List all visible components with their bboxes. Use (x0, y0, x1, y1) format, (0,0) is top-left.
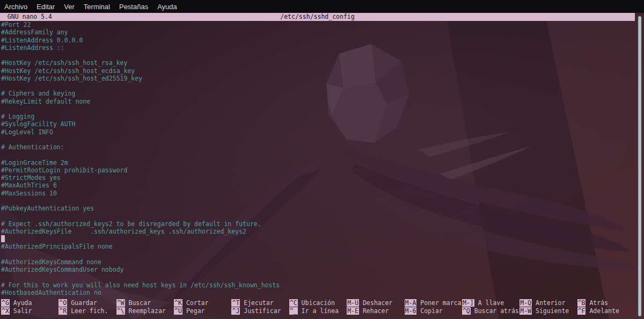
shortcut-poner-marca: M-A Poner marca (405, 299, 462, 307)
buffer-line: # Logging (1, 113, 635, 120)
shortcut-pegar: ^U Pegar (174, 307, 231, 315)
shortcut-salir: ^X Salir (1, 307, 58, 315)
shortcut-reemplazar: ^\ Reemplazar (116, 307, 174, 315)
terminal-window[interactable]: GNU nano 5.4 /etc/ssh/sshd_config #Port … (0, 13, 644, 319)
menu-ver[interactable]: Ver (64, 3, 75, 11)
shortcut-atras: ^B Atrás (577, 299, 635, 307)
menu-pestanas[interactable]: Pestañas (119, 3, 148, 11)
buffer-line: # Expect .ssh/authorized_keys2 to be dis… (1, 220, 635, 228)
shortcut-ejecutar: ^T Ejecutar (231, 299, 289, 307)
shortcut-justificar: ^J Justificar (231, 307, 289, 315)
menu-terminal[interactable]: Terminal (84, 3, 110, 11)
buffer-line: #AuthorizedPrincipalsFile none (1, 243, 635, 250)
nano-shortcuts-row2: ^X Salir ^R Leer fich. ^\ Reemplazar ^U … (1, 307, 635, 315)
buffer-line: # Authentication: (1, 143, 635, 151)
shortcut-deshacer: M-U Deshacer (347, 299, 404, 307)
buffer-line (1, 136, 635, 143)
text-cursor (1, 235, 5, 242)
buffer-line: #SyslogFacility AUTH (1, 120, 635, 128)
scrollbar-thumb[interactable] (638, 16, 642, 317)
nano-file-path: /etc/ssh/sshd_config (0, 13, 635, 21)
buffer-line: #ListenAddress 0.0.0.0 (1, 37, 635, 44)
buffer-line: #LoginGraceTime 2m (1, 159, 635, 166)
shortcut-ubicacion: ^C Ubicación (289, 299, 347, 307)
buffer-line: #Port 22 (1, 21, 635, 28)
shortcut-buscar-atras: ^Q Buscar atrás (462, 307, 519, 315)
buffer-line: # For this to work you will also need ho… (1, 281, 635, 289)
menu-editar[interactable]: Editar (36, 3, 55, 11)
shortcut-copiar: M-6 Copiar (405, 307, 462, 315)
menu-ayuda[interactable]: Ayuda (157, 3, 177, 11)
buffer-line: #PermitRootLogin prohibit-password (1, 166, 635, 174)
buffer-line: #LogLevel INFO (1, 128, 635, 136)
shortcut-ayuda: ^G Ayuda (1, 299, 58, 307)
terminal-menu-bar: Archivo Editar Ver Terminal Pestañas Ayu… (0, 0, 644, 13)
buffer-line: #RekeyLimit default none (1, 98, 635, 105)
buffer-line: #MaxAuthTries 6 (1, 182, 635, 189)
shortcut-leer-fichero: ^R Leer fich. (58, 307, 116, 315)
shortcut-buscar: ^W Buscar (116, 299, 174, 307)
buffer-line: #AuthorizedKeysCommand none (1, 258, 635, 266)
scrollbar-track[interactable] (635, 13, 644, 319)
buffer-line (1, 212, 635, 220)
menu-archivo[interactable]: Archivo (4, 3, 27, 11)
shortcut-cortar: ^K Cortar (174, 299, 231, 307)
nano-shortcuts-row1: ^G Ayuda ^O Guardar ^W Buscar ^K Cortar … (1, 299, 635, 307)
buffer-line: #AuthorizedKeysFile .ssh/authorized_keys… (1, 228, 635, 235)
buffer-line (1, 251, 635, 258)
nano-buffer[interactable]: #Port 22 #AddressFamily any #ListenAddre… (1, 21, 635, 296)
nano-titlebar: GNU nano 5.4 /etc/ssh/sshd_config (0, 13, 635, 21)
buffer-line (1, 235, 635, 243)
buffer-line: #ListenAddress :: (1, 44, 635, 52)
buffer-line: #HostKey /etc/ssh/ssh_host_ecdsa_key (1, 67, 635, 75)
buffer-line (1, 82, 635, 90)
buffer-line: #StrictModes yes (1, 174, 635, 182)
buffer-line (1, 197, 635, 205)
buffer-line: #AuthorizedKeysCommandUser nobody (1, 266, 635, 273)
buffer-line: #HostKey /etc/ssh/ssh_host_rsa_key (1, 59, 635, 67)
shortcut-a-llave: M-] A llave (462, 299, 519, 307)
shortcut-adelante: ^F Adelante (577, 307, 635, 315)
buffer-line: #PubkeyAuthentication yes (1, 205, 635, 212)
buffer-line: #AddressFamily any (1, 28, 635, 36)
shortcut-siguiente: M-W Siguiente (519, 307, 577, 315)
buffer-line: #HostKey /etc/ssh/ssh_host_ed25519_key (1, 75, 635, 82)
buffer-line (1, 273, 635, 281)
buffer-line (1, 151, 635, 158)
shortcut-ir-a-linea: ^_ Ir a línea (289, 307, 347, 315)
shortcut-anterior: M-Q Anterior (519, 299, 577, 307)
shortcut-guardar: ^O Guardar (58, 299, 116, 307)
buffer-line: #MaxSessions 10 (1, 190, 635, 197)
buffer-line: #HostbasedAuthentication no (1, 289, 635, 296)
buffer-line: # Ciphers and keying (1, 90, 635, 97)
buffer-line (1, 105, 635, 113)
shortcut-rehacer: M-E Rehacer (347, 307, 404, 315)
buffer-line (1, 52, 635, 59)
